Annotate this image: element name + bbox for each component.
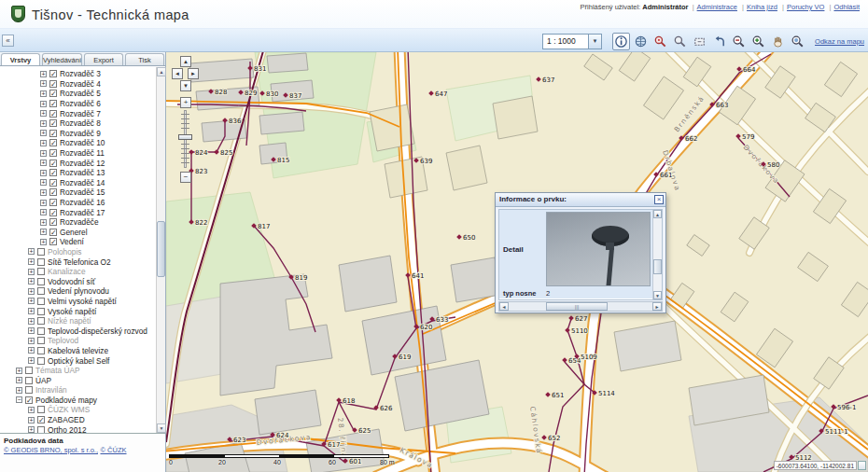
- tree-expander-icon[interactable]: +: [28, 426, 35, 433]
- scroll-up-icon[interactable]: ▲: [653, 210, 662, 218]
- tab-export[interactable]: Export: [84, 53, 123, 65]
- tree-expander-icon[interactable]: +: [28, 278, 35, 285]
- layer-item[interactable]: +Teplovod-dispečerský rozvod: [4, 326, 154, 336]
- layer-item[interactable]: +Ortho 2012: [4, 424, 154, 433]
- tree-expander-icon[interactable]: +: [28, 357, 35, 364]
- layer-checkbox[interactable]: [37, 406, 45, 413]
- layer-item[interactable]: +ČÚZK WMS: [4, 405, 154, 415]
- layer-checkbox[interactable]: [37, 298, 45, 305]
- layer-item[interactable]: +✓Rozvaděč 14: [4, 178, 154, 188]
- layer-checkbox[interactable]: ✓: [49, 238, 57, 245]
- layer-item[interactable]: +Vysoké napětí: [4, 306, 154, 316]
- tree-expander-icon[interactable]: +: [40, 170, 47, 176]
- tree-expander-icon[interactable]: +: [40, 120, 47, 127]
- layer-checkbox[interactable]: ✓: [49, 209, 57, 216]
- layer-item[interactable]: +✓Rozvaděč 15: [4, 187, 154, 198]
- layer-checkbox[interactable]: ✓: [49, 70, 57, 77]
- close-icon[interactable]: ×: [654, 195, 664, 204]
- pan-down-button[interactable]: ▼: [180, 80, 191, 91]
- layer-checkbox[interactable]: ✓: [49, 139, 57, 146]
- link-odhlasit[interactable]: Odhlásit: [833, 3, 860, 11]
- tree-expander-icon[interactable]: +: [40, 179, 47, 186]
- layer-checkbox[interactable]: ✓: [25, 396, 33, 404]
- layer-item[interactable]: +✓Generel: [4, 228, 154, 238]
- layer-item[interactable]: +Témata ÚAP: [4, 366, 154, 376]
- tree-expander-icon[interactable]: +: [28, 288, 35, 295]
- layer-checkbox[interactable]: [25, 386, 33, 394]
- layer-item[interactable]: +✓Rozvaděč 6: [4, 99, 154, 109]
- layer-item[interactable]: +✓Rozvaděč 16: [4, 198, 154, 208]
- tree-expander-icon[interactable]: +: [16, 368, 22, 374]
- layer-checkbox[interactable]: [37, 258, 45, 266]
- feature-photo[interactable]: [546, 212, 651, 286]
- tree-expander-icon[interactable]: +: [16, 387, 22, 394]
- tab-vrstvy[interactable]: Vrstvy: [1, 53, 40, 65]
- link-poruchy-vo[interactable]: Poruchy VO: [787, 3, 824, 11]
- tree-expander-icon[interactable]: +: [28, 269, 35, 275]
- layer-item[interactable]: +✓Rozvaděč 3: [4, 69, 154, 79]
- overview-tool-button[interactable]: [632, 33, 650, 50]
- layer-item[interactable]: +Vodovodní síť: [4, 276, 154, 286]
- layer-checkbox[interactable]: ✓: [49, 179, 57, 187]
- map-permalink[interactable]: Odkaz na mapu: [815, 37, 864, 46]
- link-kniha-jizd[interactable]: Kniha jízd: [747, 3, 777, 11]
- link-administrace[interactable]: Administrace: [697, 3, 737, 11]
- zoom-slider-handle[interactable]: [178, 134, 192, 140]
- layer-item[interactable]: +✓ZABAGED: [4, 415, 154, 425]
- tab-vyhledavani[interactable]: Vyhledávání: [42, 53, 82, 65]
- scroll-down-icon[interactable]: ▼: [157, 423, 166, 433]
- tree-expander-icon[interactable]: +: [28, 308, 35, 314]
- layer-item[interactable]: +Velmi vysoké napětí: [4, 297, 154, 307]
- scrollbar-thumb[interactable]: [157, 221, 165, 277]
- layer-checkbox[interactable]: ✓: [37, 416, 45, 423]
- tree-expander-icon[interactable]: +: [28, 318, 35, 325]
- layer-checkbox[interactable]: ✓: [49, 100, 57, 107]
- tree-expander-icon[interactable]: +: [40, 71, 47, 77]
- layer-checkbox[interactable]: [37, 337, 45, 344]
- tree-expander-icon[interactable]: +: [40, 209, 47, 215]
- layer-item[interactable]: +✓Rozvaděč 12: [4, 158, 154, 168]
- pan-right-button[interactable]: ►: [188, 68, 199, 79]
- layer-item[interactable]: +✓Rozvaděč 10: [4, 138, 154, 148]
- layer-item[interactable]: −✓Podkladové mapy: [4, 396, 154, 406]
- layer-item[interactable]: +Kabelová televize: [4, 346, 154, 356]
- select-extent-tool-button[interactable]: [691, 33, 708, 50]
- zoom-full-tool-button[interactable]: [789, 33, 806, 50]
- layer-checkbox[interactable]: [37, 308, 45, 315]
- layer-item[interactable]: +ÚAP: [4, 375, 154, 385]
- zoom-out-button[interactable]: −: [180, 172, 191, 183]
- credit-link-cuzk[interactable]: © ČÚZK: [100, 446, 126, 454]
- tree-expander-icon[interactable]: +: [40, 219, 47, 226]
- pan-left-button[interactable]: ◄: [172, 68, 183, 79]
- tree-scrollbar[interactable]: ▲ ▼: [156, 67, 165, 433]
- layer-checkbox[interactable]: [37, 347, 45, 354]
- tab-tisk[interactable]: Tisk: [125, 53, 164, 65]
- layer-checkbox[interactable]: ✓: [49, 130, 57, 137]
- scroll-up-icon[interactable]: ▲: [157, 67, 166, 76]
- tree-expander-icon[interactable]: +: [40, 80, 47, 87]
- popup-vscrollbar[interactable]: ▲ ▼: [652, 210, 662, 299]
- layer-item[interactable]: +Kanalizace: [4, 267, 154, 277]
- tree-expander-icon[interactable]: +: [28, 327, 35, 334]
- zoom-in-button[interactable]: +: [180, 97, 191, 108]
- layer-checkbox[interactable]: ✓: [49, 218, 57, 226]
- tree-expander-icon[interactable]: +: [40, 229, 47, 235]
- scrollbar-thumb[interactable]: [653, 259, 662, 274]
- tree-expander-icon[interactable]: +: [40, 200, 47, 206]
- layer-checkbox[interactable]: ✓: [49, 149, 57, 157]
- tree-expander-icon[interactable]: +: [16, 377, 22, 383]
- search-area-tool-button[interactable]: [671, 33, 689, 50]
- layer-checkbox[interactable]: [25, 377, 33, 384]
- layer-checkbox[interactable]: ✓: [49, 229, 57, 236]
- layer-item[interactable]: +Nízké napětí: [4, 316, 154, 326]
- collapse-sidebar-button[interactable]: «: [2, 35, 14, 47]
- layer-checkbox[interactable]: ✓: [49, 110, 57, 118]
- layer-item[interactable]: +Teplovod: [4, 336, 154, 346]
- layer-checkbox[interactable]: ✓: [49, 160, 57, 167]
- layer-item[interactable]: +Polohopis: [4, 247, 154, 257]
- layer-item[interactable]: +✓Rozvaděč 8: [4, 118, 154, 129]
- tree-expander-icon[interactable]: −: [16, 396, 22, 403]
- map-viewport[interactable]: DvořáčkovaKrálovaBrněnskáCáhlovská28. ří…: [166, 52, 868, 472]
- layer-checkbox[interactable]: [37, 287, 45, 295]
- layer-item[interactable]: +✓Rozvaděč 11: [4, 148, 154, 159]
